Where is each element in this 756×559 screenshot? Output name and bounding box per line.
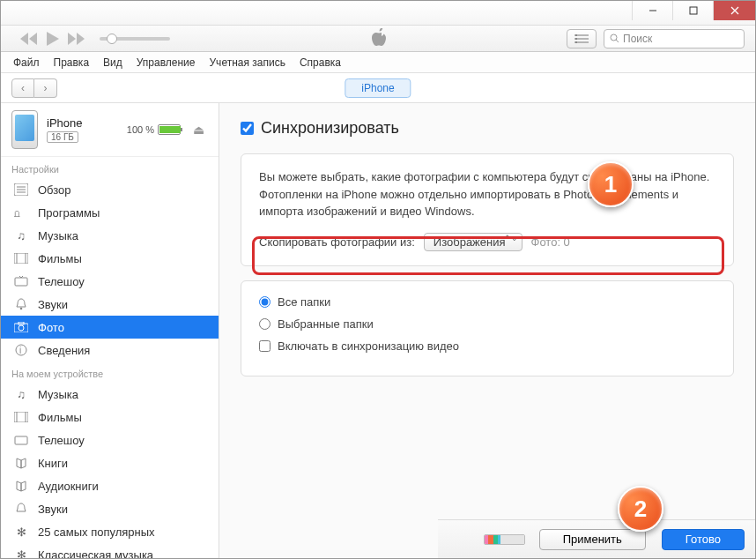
sidebar: iPhone 16 ГБ 100 % ⏏ Настройки Обзор ⩍Пр… [1, 103, 219, 558]
device-thumbnail-icon [11, 110, 38, 149]
annotation-badge-1: 1 [588, 161, 634, 207]
info-icon: i [13, 343, 29, 357]
photo-count: Фото: 0 [531, 235, 570, 249]
tv-icon [13, 274, 29, 288]
svg-point-15 [611, 34, 617, 41]
sidebar-item-top25[interactable]: ✻25 самых популярных [1, 520, 219, 543]
battery-icon [158, 124, 181, 135]
sidebar-item-music[interactable]: ♫Музыка [1, 224, 219, 247]
done-button[interactable]: Готово [662, 529, 745, 550]
all-folders-radio[interactable] [259, 296, 271, 308]
svg-marker-6 [47, 32, 59, 46]
nav-forward-button[interactable]: › [34, 78, 57, 98]
svg-rect-25 [15, 278, 27, 286]
device-battery: 100 % [127, 124, 181, 135]
music-icon: ♫ [13, 228, 29, 242]
footer-bar: Применить Готово [438, 519, 755, 558]
sidebar-item-device-music[interactable]: ♫Музыка [1, 383, 219, 406]
svg-marker-5 [29, 33, 37, 45]
apple-logo-icon [369, 28, 387, 49]
music-icon: ♫ [13, 387, 29, 401]
search-input[interactable]: Поиск [604, 29, 745, 48]
sync-description: Вы можете выбрать, какие фотографии с ко… [259, 168, 715, 220]
copy-from-label: Скопировать фотографии из: [259, 235, 415, 249]
svg-line-16 [616, 40, 619, 42]
svg-marker-8 [77, 33, 85, 45]
play-icon[interactable] [47, 32, 59, 46]
device-header: iPhone 16 ГБ 100 % ⏏ [1, 103, 219, 157]
camera-icon [13, 320, 29, 334]
sidebar-item-device-movies[interactable]: Фильмы [1, 406, 219, 429]
sidebar-item-tones[interactable]: Звуки [1, 293, 219, 316]
sidebar-item-apps[interactable]: ⩍Программы [1, 201, 219, 224]
sidebar-item-tvshows[interactable]: Телешоу [1, 270, 219, 293]
storage-usage-bar [484, 534, 525, 545]
search-placeholder: Поиск [623, 33, 652, 45]
movies-icon [13, 410, 29, 424]
bell-icon [13, 502, 29, 516]
main-panel: Синхронизировать Вы можете выбрать, каки… [219, 103, 755, 558]
include-video-checkbox[interactable] [259, 340, 271, 352]
menu-account[interactable]: Учетная запись [210, 56, 285, 69]
apps-icon: ⩍ [13, 205, 29, 220]
menu-file[interactable]: Файл [13, 56, 40, 69]
svg-rect-1 [690, 7, 697, 14]
sidebar-section-ondevice: На моем устройстве [1, 361, 219, 383]
summary-icon [13, 183, 29, 197]
sidebar-item-movies[interactable]: Фильмы [1, 247, 219, 270]
svg-rect-34 [14, 412, 28, 422]
book-icon [13, 456, 29, 470]
svg-point-28 [20, 308, 23, 310]
gear-icon: ✻ [13, 548, 29, 558]
window-close[interactable] [713, 1, 755, 20]
nav-back-button[interactable]: ‹ [11, 78, 34, 98]
menu-view[interactable]: Вид [103, 56, 122, 69]
volume-slider[interactable] [100, 37, 170, 41]
menu-help[interactable]: Справка [300, 56, 341, 69]
gear-icon: ✻ [13, 525, 29, 539]
eject-icon[interactable]: ⏏ [189, 123, 208, 137]
audiobook-icon [13, 479, 29, 493]
svg-point-12 [575, 34, 577, 36]
include-video-row[interactable]: Включать в синхронизацию видео [259, 339, 715, 353]
selected-folders-radio[interactable] [259, 318, 271, 330]
sidebar-item-photos[interactable]: Фото [1, 316, 219, 339]
apply-button[interactable]: Применить [539, 529, 646, 550]
sidebar-item-device-books[interactable]: Книги [1, 451, 219, 474]
list-view-button[interactable] [567, 29, 597, 48]
sidebar-item-summary[interactable]: Обзор [1, 178, 219, 201]
device-capacity: 16 ГБ [47, 131, 78, 143]
svg-rect-37 [15, 436, 27, 444]
sync-checkbox[interactable] [241, 122, 254, 135]
window-maximize[interactable] [672, 1, 713, 20]
sidebar-item-device-tones[interactable]: Звуки [1, 497, 219, 520]
bell-icon [13, 297, 29, 311]
device-tab[interactable]: iPhone [345, 78, 411, 98]
all-folders-row[interactable]: Все папки [259, 295, 715, 309]
sidebar-item-info[interactable]: iСведения [1, 339, 219, 361]
copy-source-panel: Вы можете выбрать, какие фотографии с ко… [241, 153, 734, 266]
app-menubar: Файл Правка Вид Управление Учетная запис… [1, 52, 755, 73]
source-dropdown[interactable]: Изображения [424, 233, 523, 251]
menu-edit[interactable]: Правка [54, 56, 90, 69]
movies-icon [13, 251, 29, 265]
sidebar-section-settings: Настройки [1, 157, 219, 178]
annotation-badge-2: 2 [618, 486, 663, 532]
nav-row: ‹ › iPhone [1, 73, 755, 103]
next-track-icon[interactable] [68, 33, 85, 45]
sidebar-item-device-audiobooks[interactable]: Аудиокниги [1, 474, 219, 497]
sidebar-item-device-tvshows[interactable]: Телешоу [1, 429, 219, 451]
prev-track-icon[interactable] [20, 33, 38, 45]
sync-checkbox-row[interactable]: Синхронизировать [241, 119, 734, 138]
menu-controls[interactable]: Управление [137, 56, 196, 69]
sidebar-item-classical[interactable]: ✻Классическая музыка [1, 543, 219, 558]
tv-icon [13, 433, 29, 447]
svg-marker-4 [20, 33, 28, 45]
selected-folders-row[interactable]: Выбранные папки [259, 317, 715, 331]
svg-text:i: i [19, 346, 21, 355]
svg-point-13 [575, 38, 577, 40]
player-toolbar: Поиск [1, 26, 755, 52]
search-icon [610, 34, 619, 43]
window-minimize[interactable] [632, 1, 672, 20]
folder-options-panel: Все папки Выбранные папки Включать в син… [241, 280, 734, 376]
